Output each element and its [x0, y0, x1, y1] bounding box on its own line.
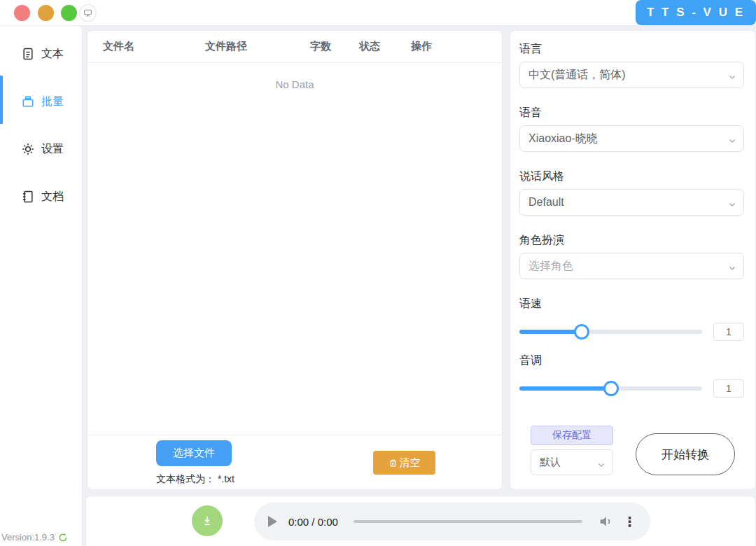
style-select-value: Default: [528, 196, 564, 209]
config-select-value: 默认: [540, 456, 561, 469]
style-select[interactable]: Default: [519, 189, 744, 216]
close-window-button[interactable]: [14, 5, 30, 21]
column-header-filepath: 文件路径: [205, 40, 310, 53]
pitch-value-input[interactable]: 1: [713, 379, 744, 398]
pitch-slider-fill: [519, 386, 611, 391]
voice-select-value: Xiaoxiao-晓晓: [528, 132, 598, 146]
column-header-filename: 文件名: [103, 40, 205, 53]
sidebar-item-batch[interactable]: 批量: [0, 88, 82, 115]
sidebar-item-text[interactable]: 文本: [0, 40, 82, 68]
speed-label: 语速: [519, 297, 744, 312]
role-label: 角色扮演: [519, 233, 744, 248]
speed-slider[interactable]: [519, 330, 702, 334]
chevron-down-icon: [597, 459, 606, 471]
speed-slider-fill: [519, 330, 582, 334]
voice-select[interactable]: Xiaoxiao-晓晓: [519, 125, 744, 152]
pitch-label: 音调: [519, 354, 744, 368]
clear-button-label: 清空: [400, 456, 421, 470]
download-button[interactable]: [192, 505, 223, 536]
sidebar-item-label: 设置: [41, 142, 64, 157]
audio-player: 0:00 / 0:00 ⋮: [254, 503, 650, 540]
empty-state: No Data: [88, 78, 502, 90]
config-select[interactable]: 默认: [531, 449, 613, 475]
speed-slider-handle[interactable]: [574, 324, 589, 340]
style-group: 说话风格 Default: [519, 169, 744, 216]
monitor-icon: [83, 8, 92, 18]
kebab-menu-icon[interactable]: ⋮: [623, 515, 636, 528]
sidebar-item-label: 文档: [41, 190, 64, 204]
voice-group: 语音 Xiaoxiao-晓晓: [519, 106, 744, 152]
speed-group: 语速 1: [519, 297, 744, 341]
version-info: Version:1.9.3: [1, 532, 68, 542]
format-hint: 文本格式为： *.txt: [156, 473, 234, 486]
document-icon: [21, 47, 35, 61]
style-label: 说话风格: [519, 169, 744, 184]
clear-button[interactable]: 清空: [373, 451, 435, 475]
version-label: Version:1.9.3: [1, 532, 55, 542]
player-time: 0:00 / 0:00: [288, 516, 338, 528]
batch-icon: [21, 94, 35, 108]
save-config-button[interactable]: 保存配置: [531, 426, 613, 445]
chevron-down-icon: [728, 199, 736, 211]
role-group: 角色扮演 选择角色: [519, 233, 744, 279]
sidebar-item-label: 批量: [41, 94, 64, 109]
sidebar: 文本 批量 设置 文档 Version:1.9.3: [0, 26, 83, 546]
role-select-placeholder: 选择角色: [528, 259, 573, 274]
language-select[interactable]: 中文(普通话，简体): [519, 62, 744, 88]
settings-panel: 语言 中文(普通话，简体) 语音 Xiaoxiao-晓晓 说话风格 Defaul…: [510, 30, 756, 490]
pitch-group: 音调 1: [519, 354, 744, 398]
role-select[interactable]: 选择角色: [519, 253, 744, 279]
pitch-slider-handle[interactable]: [603, 381, 619, 396]
file-actions-bar: 选择文件 文本格式为： *.txt 清空: [88, 435, 502, 489]
player-progress-bar[interactable]: [354, 520, 582, 523]
monitor-button[interactable]: [79, 4, 97, 22]
language-select-value: 中文(普通话，简体): [528, 68, 626, 83]
sidebar-item-docs[interactable]: 文档: [0, 183, 82, 211]
maximize-window-button[interactable]: [61, 5, 77, 21]
voice-label: 语音: [519, 106, 744, 120]
chevron-down-icon: [728, 135, 736, 148]
minimize-window-button[interactable]: [38, 5, 54, 21]
select-file-button[interactable]: 选择文件: [156, 440, 232, 466]
start-convert-button[interactable]: 开始转换: [636, 433, 735, 475]
play-icon[interactable]: [268, 516, 277, 527]
player-bar: 0:00 / 0:00 ⋮: [85, 496, 756, 546]
pitch-slider[interactable]: [519, 386, 702, 391]
language-group: 语言 中文(普通话，简体): [519, 42, 744, 88]
speed-value-input[interactable]: 1: [713, 323, 744, 341]
volume-icon[interactable]: [598, 514, 613, 529]
titlebar: T T S - V U E: [0, 0, 756, 26]
refresh-icon[interactable]: [58, 533, 68, 542]
table-header: 文件名 文件路径 字数 状态 操作: [88, 31, 502, 63]
chevron-down-icon: [728, 71, 736, 84]
language-label: 语言: [519, 42, 744, 57]
download-icon: [201, 514, 214, 527]
app-logo: T T S - V U E: [636, 0, 756, 25]
column-header-status: 状态: [359, 40, 411, 53]
file-table-card: 文件名 文件路径 字数 状态 操作 No Data 选择文件 文本格式为： *.…: [87, 30, 503, 490]
gear-icon: [21, 142, 35, 156]
book-icon: [21, 190, 35, 204]
chevron-down-icon: [728, 262, 736, 275]
sidebar-item-settings[interactable]: 设置: [0, 135, 82, 163]
panel-bottom-controls: 保存配置 默认 开始转换: [531, 426, 735, 475]
column-header-actions: 操作: [411, 40, 460, 53]
sidebar-item-label: 文本: [41, 47, 64, 62]
trash-icon: [388, 458, 398, 468]
column-header-wordcount: 字数: [310, 40, 359, 53]
